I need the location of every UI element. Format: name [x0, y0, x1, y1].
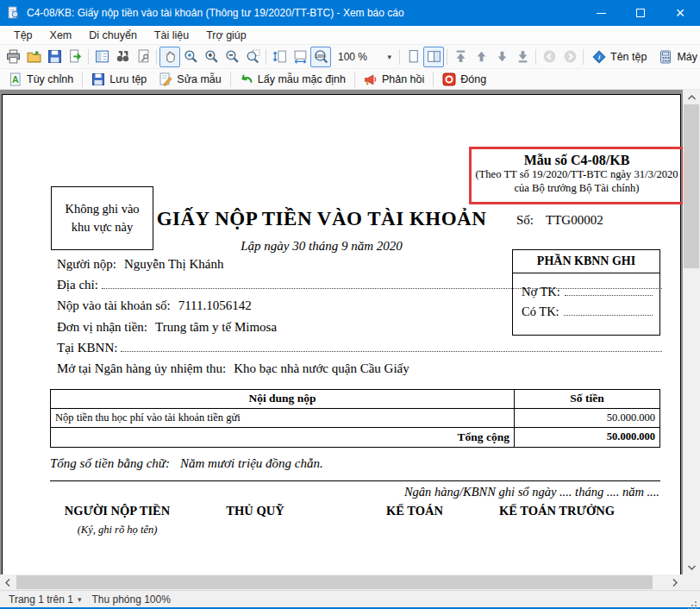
- horizontal-scrollbar[interactable]: [0, 574, 683, 590]
- ledger-note: Ngân hàng/KBNN ghi sổ ngày .... tháng ..…: [404, 485, 659, 499]
- form-number-title: Mẫu số C4-08/KB: [472, 153, 682, 168]
- table-total-row: Tổng cộng 50.000.000: [51, 427, 659, 447]
- close-report-button[interactable]: Đóng: [436, 70, 492, 89]
- calculator-button[interactable]: Máy tính: [653, 47, 700, 66]
- scroll-down-icon[interactable]: [683, 560, 700, 574]
- power-icon: [442, 72, 456, 86]
- table-header-content: Nội dung nộp: [51, 390, 515, 408]
- zoom-region-icon[interactable]: [242, 47, 263, 67]
- horizontal-scroll-thumb[interactable]: [16, 575, 653, 589]
- signature-divider: [50, 480, 660, 481]
- kbnn-box-header: PHẦN KBNN GHI: [513, 250, 659, 273]
- info-diamond-icon: i: [592, 50, 606, 64]
- zoom-out-icon[interactable]: [222, 47, 242, 67]
- amount-in-words: Tổng số tiền bằng chữ:Năm mươi triệu đồn…: [50, 456, 323, 471]
- zoom-combobox[interactable]: 100 % ▾: [333, 47, 395, 66]
- window-title: C4-08/KB: Giấy nộp tiền vào tài khoản (T…: [27, 7, 404, 19]
- signature-chief-accountant: KẾ TOÁN TRƯỞNG: [499, 504, 615, 518]
- calculator-icon: [659, 50, 672, 64]
- fit-width-icon[interactable]: [290, 47, 310, 67]
- status-bar: Trang 1 trên 1 ▾ Thu phóng 100%: [0, 590, 700, 609]
- first-page-icon[interactable]: [450, 47, 471, 67]
- page-setup-icon[interactable]: [133, 47, 153, 67]
- zoom-in-icon[interactable]: [201, 47, 222, 67]
- document-date: Lập ngày 30 tháng 9 năm 2020: [106, 239, 537, 254]
- chevron-down-icon: ▾: [377, 53, 391, 61]
- prev-page-icon[interactable]: [471, 47, 491, 67]
- signature-payer: NGƯỜI NỘP TIỀN: [65, 504, 170, 518]
- menu-view[interactable]: Xem: [41, 27, 81, 44]
- kbnn-credit-row: Có TK:: [522, 304, 653, 324]
- floppy-icon: [91, 72, 105, 86]
- forward-icon[interactable]: [559, 47, 580, 67]
- megaphone-icon: [364, 72, 378, 86]
- zoom-value: 100 %: [338, 51, 367, 63]
- single-page-icon[interactable]: [403, 47, 423, 67]
- document-page: Mẫu số C4-08/KB (Theo TT số 19/2020/TT-B…: [2, 94, 681, 574]
- undo-arrow-icon: [240, 72, 253, 86]
- form-number-line3: của Bộ trưởng Bộ Tài chính): [472, 182, 682, 196]
- fit-height-icon[interactable]: [269, 47, 290, 67]
- menu-bar: Tệp Xem Di chuyển Tài liệu Trợ giúp: [0, 26, 700, 45]
- vertical-scrollbar[interactable]: [683, 90, 700, 574]
- title-bar: C4-08/KB: Giấy nộp tiền vào tài khoản (T…: [0, 0, 700, 26]
- svg-text:100%: 100%: [315, 54, 325, 59]
- edit-pencil-icon: [159, 72, 172, 86]
- save-file-button[interactable]: Lưu tệp: [85, 70, 153, 89]
- signature-note: (Ký, ghi rõ họ tên): [78, 524, 158, 537]
- last-page-icon[interactable]: [512, 47, 533, 67]
- menu-navigate[interactable]: Di chuyển: [80, 27, 146, 44]
- document-title: GIẤY NỘP TIỀN VÀO TÀI KHOẢN: [106, 208, 537, 230]
- vertical-scroll-thumb[interactable]: [684, 104, 699, 268]
- amounts-table: Nội dung nộp Số tiền Nộp tiền thu học ph…: [50, 389, 660, 448]
- scroll-right-icon[interactable]: [667, 574, 683, 590]
- back-icon[interactable]: [539, 47, 559, 67]
- actions-toolbar: A Tùy chỉnh Lưu tệp Sửa mẫu Lấy mẫu mặc …: [0, 69, 700, 90]
- scroll-up-icon[interactable]: [683, 90, 700, 104]
- signature-cashier: THỦ QUỸ: [226, 504, 284, 518]
- field-kbnn: Tại KBNN:: [57, 341, 662, 361]
- edit-template-button[interactable]: Sửa mẫu: [153, 70, 227, 89]
- form-number-line2: (Theo TT số 19/2020/TT-BTC ngày 31/3/202…: [472, 168, 682, 182]
- report-viewer[interactable]: Mẫu số C4-08/KB (Theo TT số 19/2020/TT-B…: [0, 90, 683, 574]
- table-row: Nộp tiền thu học phí vào tài khoản tiền …: [51, 408, 659, 427]
- open-icon[interactable]: [23, 47, 44, 67]
- customize-button[interactable]: A Tùy chỉnh: [3, 70, 79, 89]
- document-number: Số:TTG00002: [516, 213, 603, 228]
- scroll-left-icon[interactable]: [0, 574, 16, 590]
- find-icon[interactable]: [112, 47, 133, 67]
- app-window: C4-08/KB: Giấy nộp tiền vào tài khoản (T…: [0, 0, 700, 609]
- print-icon[interactable]: [3, 47, 23, 67]
- signature-accountant: KẾ TOÁN: [386, 504, 443, 518]
- field-bank: Mở tại Ngân hàng ủy nhiệm thu:Kho bạc nh…: [57, 361, 662, 382]
- zoom-indicator: Thu phóng 100%: [91, 593, 180, 606]
- table-header-row: Nội dung nộp Số tiền: [51, 390, 659, 408]
- minimize-button[interactable]: [581, 0, 621, 26]
- file-name-button[interactable]: i Tên tệp: [586, 47, 653, 66]
- close-button[interactable]: ×: [660, 0, 700, 26]
- save-icon[interactable]: [44, 47, 65, 67]
- page-indicator[interactable]: Trang 1 trên 1 ▾: [9, 593, 91, 606]
- thumbnails-panel-icon[interactable]: [91, 47, 112, 67]
- export-icon[interactable]: [65, 47, 85, 67]
- table-header-amount: Số tiền: [515, 390, 659, 408]
- zoom-100-icon[interactable]: 100%: [310, 47, 331, 67]
- menu-help[interactable]: Trợ giúp: [197, 27, 255, 44]
- kbnn-debit-row: Nợ TK:: [522, 285, 653, 304]
- zoom-select-icon[interactable]: [180, 47, 201, 67]
- facing-pages-icon[interactable]: [423, 47, 444, 67]
- chevron-down-icon: ▾: [78, 595, 82, 604]
- resize-grip[interactable]: [695, 601, 697, 603]
- hand-tool-icon[interactable]: [159, 47, 180, 67]
- main-toolbar: 100% 100 % ▾: [0, 45, 700, 69]
- feedback-button[interactable]: Phản hồi: [358, 70, 430, 89]
- menu-file[interactable]: Tệp: [5, 27, 41, 44]
- maximize-button[interactable]: [621, 0, 660, 26]
- default-template-button[interactable]: Lấy mẫu mặc định: [234, 70, 352, 89]
- menu-document[interactable]: Tài liệu: [146, 27, 197, 44]
- customize-icon: A: [9, 72, 22, 86]
- scrollbar-corner: [683, 574, 700, 590]
- next-page-icon[interactable]: [491, 47, 512, 67]
- kbnn-section-box: PHẦN KBNN GHI Nợ TK: Có TK:: [512, 249, 660, 336]
- app-icon: [7, 6, 21, 20]
